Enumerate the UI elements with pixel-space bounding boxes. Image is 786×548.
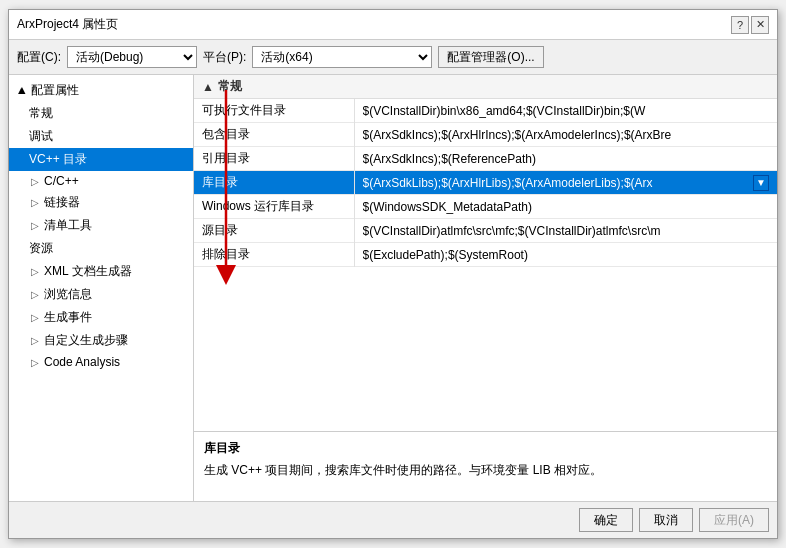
sidebar-item-label: 清单工具 <box>44 217 92 234</box>
sidebar-item-label: 自定义生成步骤 <box>44 332 128 349</box>
sidebar-item-label: 调试 <box>29 128 53 145</box>
sidebar-item-manifest[interactable]: ▷ 清单工具 <box>9 214 193 237</box>
sidebar-item-cpp[interactable]: ▷ C/C++ <box>9 171 193 191</box>
table-row[interactable]: 可执行文件目录 $(VCInstallDir)bin\x86_amd64;$(V… <box>194 99 777 123</box>
expand-icon: ▷ <box>29 335 41 347</box>
sidebar-item-resources[interactable]: 资源 <box>9 237 193 260</box>
properties-table: 可执行文件目录 $(VCInstallDir)bin\x86_amd64;$(V… <box>194 99 777 267</box>
dialog: ArxProject4 属性页 ? ✕ 配置(C): 活动(Debug) 平台(… <box>8 9 778 539</box>
expand-icon: ▷ <box>29 312 41 324</box>
sidebar-item-label: C/C++ <box>44 174 79 188</box>
prop-name: 包含目录 <box>194 123 354 147</box>
sidebar-item-linker[interactable]: ▷ 链接器 <box>9 191 193 214</box>
close-button[interactable]: ✕ <box>751 16 769 34</box>
manager-button[interactable]: 配置管理器(O)... <box>438 46 543 68</box>
prop-value: $(ArxSdkIncs);$(ArxHlrIncs);$(ArxAmodele… <box>354 123 777 147</box>
sidebar-item-browse[interactable]: ▷ 浏览信息 <box>9 283 193 306</box>
cancel-button[interactable]: 取消 <box>639 508 693 532</box>
description-area: 库目录 生成 VC++ 项目期间，搜索库文件时使用的路径。与环境变量 LIB 相… <box>194 431 777 501</box>
expand-icon: ▷ <box>29 220 41 232</box>
prop-name: 引用目录 <box>194 147 354 171</box>
desc-title: 库目录 <box>204 440 767 457</box>
table-row[interactable]: 源目录 $(VCInstallDir)atlmfc\src\mfc;$(VCIn… <box>194 219 777 243</box>
properties-area: ▲ 常规 可执行文件目录 $(VCInstallDir)bin\x86_amd6… <box>194 75 777 431</box>
sidebar-item-label: 生成事件 <box>44 309 92 326</box>
table-row-selected[interactable]: 库目录 $(ArxSdkLibs);$(ArxHlrLibs);$(ArxAmo… <box>194 171 777 195</box>
expand-icon: ▷ <box>29 175 41 187</box>
section-title: 常规 <box>218 78 242 95</box>
platform-label: 平台(P): <box>203 49 246 66</box>
prop-value: $(VCInstallDir)bin\x86_amd64;$(VCInstall… <box>354 99 777 123</box>
sidebar-item-label: VC++ 目录 <box>29 151 87 168</box>
desc-text: 生成 VC++ 项目期间，搜索库文件时使用的路径。与环境变量 LIB 相对应。 <box>204 461 767 479</box>
sidebar-section-label: ▲ 配置属性 <box>16 82 79 99</box>
expand-icon: ▷ <box>29 266 41 278</box>
main-content: ▲ ▲ 配置属性 常规 调试 VC++ 目录 ▷ C/C++ ▷ 链接器 ▷ <box>9 75 777 501</box>
edit-dropdown-btn[interactable]: ▼ <box>753 175 769 191</box>
sidebar-item-label: Code Analysis <box>44 355 120 369</box>
right-panel: ▲ 常规 可执行文件目录 $(VCInstallDir)bin\x86_amd6… <box>194 75 777 501</box>
platform-select[interactable]: 活动(x64) <box>252 46 432 68</box>
prop-value: $(VCInstallDir)atlmfc\src\mfc;$(VCInstal… <box>354 219 777 243</box>
prop-value: $(ArxSdkIncs);$(ReferencePath) <box>354 147 777 171</box>
table-row[interactable]: Windows 运行库目录 $(WindowsSDK_MetadataPath) <box>194 195 777 219</box>
sidebar-item-build-events[interactable]: ▷ 生成事件 <box>9 306 193 329</box>
expand-icon: ▷ <box>29 197 41 209</box>
dialog-title: ArxProject4 属性页 <box>17 16 118 33</box>
sidebar-item-code-analysis[interactable]: ▷ Code Analysis <box>9 352 193 372</box>
table-row[interactable]: 排除目录 $(ExcludePath);$(SystemRoot) <box>194 243 777 267</box>
sidebar-item-label: 链接器 <box>44 194 80 211</box>
ok-button[interactable]: 确定 <box>579 508 633 532</box>
sidebar-section-header[interactable]: ▲ ▲ 配置属性 <box>9 79 193 102</box>
table-row[interactable]: 包含目录 $(ArxSdkIncs);$(ArxHlrIncs);$(ArxAm… <box>194 123 777 147</box>
section-expand-icon: ▲ <box>202 80 214 94</box>
sidebar-item-xml-gen[interactable]: ▷ XML 文档生成器 <box>9 260 193 283</box>
prop-name: 排除目录 <box>194 243 354 267</box>
sidebar-item-label: 常规 <box>29 105 53 122</box>
title-bar: ArxProject4 属性页 ? ✕ <box>9 10 777 40</box>
expand-icon: ▷ <box>29 356 41 368</box>
prop-name: 可执行文件目录 <box>194 99 354 123</box>
table-row[interactable]: 引用目录 $(ArxSdkIncs);$(ReferencePath) <box>194 147 777 171</box>
title-bar-buttons: ? ✕ <box>731 16 769 34</box>
config-label: 配置(C): <box>17 49 61 66</box>
sidebar-item-vcdirs[interactable]: VC++ 目录 <box>9 148 193 171</box>
prop-name: 库目录 <box>194 171 354 195</box>
sidebar-item-label: 资源 <box>29 240 53 257</box>
expand-icon: ▷ <box>29 289 41 301</box>
prop-value: $(ExcludePath);$(SystemRoot) <box>354 243 777 267</box>
sidebar-item-debug[interactable]: 调试 <box>9 125 193 148</box>
sidebar-item-label: 浏览信息 <box>44 286 92 303</box>
prop-value: $(ArxSdkLibs);$(ArxHlrLibs);$(ArxAmodele… <box>354 171 777 195</box>
sidebar-item-general[interactable]: 常规 <box>9 102 193 125</box>
bottom-bar: 确定 取消 应用(A) <box>9 501 777 538</box>
prop-name: Windows 运行库目录 <box>194 195 354 219</box>
toolbar-row: 配置(C): 活动(Debug) 平台(P): 活动(x64) 配置管理器(O)… <box>9 40 777 75</box>
prop-value: $(WindowsSDK_MetadataPath) <box>354 195 777 219</box>
sidebar-item-label: XML 文档生成器 <box>44 263 132 280</box>
prop-name: 源目录 <box>194 219 354 243</box>
sidebar: ▲ ▲ 配置属性 常规 调试 VC++ 目录 ▷ C/C++ ▷ 链接器 ▷ <box>9 75 194 501</box>
help-button[interactable]: ? <box>731 16 749 34</box>
apply-button[interactable]: 应用(A) <box>699 508 769 532</box>
sidebar-item-custom-steps[interactable]: ▷ 自定义生成步骤 <box>9 329 193 352</box>
section-header: ▲ 常规 <box>194 75 777 99</box>
config-select[interactable]: 活动(Debug) <box>67 46 197 68</box>
